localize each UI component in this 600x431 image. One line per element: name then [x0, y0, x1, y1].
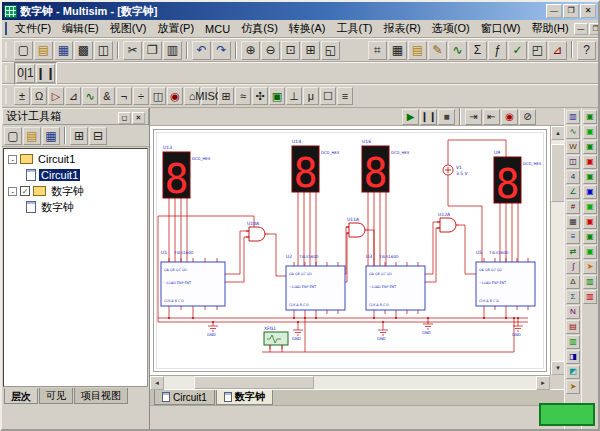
menu-transfer[interactable]: 转换(A) — [284, 20, 331, 37]
clock-source[interactable]: XFG1 — [264, 326, 288, 349]
transistor-family-button[interactable]: ▣ — [583, 170, 597, 184]
measurement-probe-button[interactable]: ➤ — [566, 380, 580, 394]
diode-group-button[interactable]: ▷ — [48, 87, 64, 105]
agilent-multimeter-button[interactable]: ▥ — [566, 335, 580, 349]
power-source-family-button[interactable]: ▣ — [583, 110, 597, 124]
bode-plotter-button[interactable]: ∠ — [566, 185, 580, 199]
pause-button[interactable]: ❙❙ — [420, 109, 437, 125]
ground-symbol[interactable]: GND — [207, 322, 218, 337]
oscilloscope-button[interactable]: ◫ — [566, 155, 580, 169]
close-panel-button[interactable]: ✕ — [132, 112, 145, 124]
cmos-group-button[interactable]: ¬ — [116, 87, 132, 105]
ground-symbol[interactable]: GND — [377, 326, 388, 341]
iv-analyzer-button[interactable]: ∫ — [566, 260, 580, 274]
scroll-up-button[interactable]: ▲ — [551, 126, 564, 140]
analog-group-button[interactable]: ∿ — [82, 87, 98, 105]
toolbar-grip[interactable] — [5, 88, 10, 104]
tree-item-circuit1-page[interactable]: Circuit1 — [4, 167, 147, 183]
diode-family-button[interactable]: ▣ — [583, 155, 597, 169]
print-preview-button[interactable]: ◫ — [94, 41, 113, 60]
panel-tab-visible[interactable]: 可见 — [39, 388, 73, 404]
rated-family-button[interactable]: ▣ — [583, 230, 597, 244]
basic-group-button[interactable]: Ω — [31, 87, 47, 105]
cut-button[interactable]: ✂ — [123, 41, 142, 60]
mdi-minimize-button[interactable]: — — [574, 23, 588, 35]
ground-symbol[interactable]: GND — [292, 326, 303, 341]
step-into-button[interactable]: ⇥ — [465, 109, 482, 125]
tree-item-circuit1-root[interactable]: - Circuit1 — [4, 151, 147, 167]
vertical-scroll-thumb[interactable] — [551, 144, 564, 202]
frequency-counter-button[interactable]: # — [566, 200, 580, 214]
close-button[interactable]: ✕ — [580, 4, 596, 18]
sheet-tab-circuit1[interactable]: Circuit1 — [154, 390, 215, 405]
battery[interactable]: V1 3.5 V — [443, 165, 469, 176]
save-button[interactable]: ▦ — [54, 41, 73, 60]
database-manager-button[interactable]: ▤ — [408, 41, 427, 60]
menu-simulate[interactable]: 仿真(S) — [236, 20, 283, 37]
tree-expander-icon[interactable]: - — [8, 187, 17, 196]
hierarchy-button[interactable]: ⌗ — [368, 41, 387, 60]
agilent-oscilloscope-button[interactable]: ◨ — [566, 350, 580, 364]
schematic-canvas[interactable]: 8 U13 DCD_HEX 8 U14 DCD_HEX 8 U16 — [150, 126, 550, 375]
panel-tab-project-view[interactable]: 项目视图 — [74, 388, 128, 404]
toolbox-new-button[interactable]: ▢ — [4, 127, 22, 145]
electromechanical-group-button[interactable]: ✣ — [252, 87, 268, 105]
copy-button[interactable]: ❐ — [143, 41, 162, 60]
misc-digital-group-button[interactable]: ÷ — [133, 87, 149, 105]
menu-view[interactable]: 视图(V) — [105, 20, 152, 37]
horizontal-scrollbar[interactable]: ◄ ► — [150, 375, 550, 389]
source-group-button[interactable]: ± — [14, 87, 30, 105]
indicator-group-button[interactable]: ◉ — [167, 87, 183, 105]
scroll-left-button[interactable]: ◄ — [150, 376, 164, 390]
redo-button[interactable]: ↷ — [212, 41, 231, 60]
multimeter-button[interactable]: ▥ — [566, 110, 580, 124]
run-button[interactable]: ▶ — [402, 109, 419, 125]
menu-help[interactable]: 帮助(H) — [526, 20, 573, 37]
simulation-run-switch[interactable]: 0|1 — [16, 64, 35, 83]
analog-family-button[interactable]: ▣ — [583, 185, 597, 199]
panel-tab-hierarchy[interactable]: 层次 — [4, 388, 38, 404]
visibility-checkbox[interactable]: ✓ — [20, 186, 30, 196]
paste-button[interactable]: ▥ — [163, 41, 182, 60]
capture-area-button[interactable]: ◰ — [528, 41, 547, 60]
signal-source-family-button[interactable]: ▣ — [583, 125, 597, 139]
undo-button[interactable]: ↶ — [192, 41, 211, 60]
misc-group-button[interactable]: MISC — [201, 87, 217, 105]
distortion-analyzer-button[interactable]: Δ — [566, 275, 580, 289]
analysis-button[interactable]: Σ — [468, 41, 487, 60]
titlebar[interactable]: 数字钟 - Multisim - [数字钟] — ❐ ✕ — [2, 2, 598, 20]
counter-ic[interactable]: U5 74LS160D QA QB QC QD ~LOAD ENP ENT CL… — [476, 250, 535, 310]
ttl-group-button[interactable]: & — [99, 87, 115, 105]
postprocessor-button[interactable]: ƒ — [488, 41, 507, 60]
and-gate[interactable]: U10A — [246, 221, 268, 241]
misc-family-button[interactable]: ▣ — [583, 200, 597, 214]
ni-group-button[interactable]: ▣ — [269, 87, 285, 105]
wattmeter-button[interactable]: W — [566, 140, 580, 154]
expand-all-button[interactable]: ⊞ — [70, 127, 88, 145]
wire-net[interactable] — [158, 140, 528, 352]
spreadsheet-view-button[interactable]: ▦ — [388, 41, 407, 60]
collapse-all-button[interactable]: ⊟ — [89, 127, 107, 145]
zoom-out-button[interactable]: ⊖ — [261, 41, 280, 60]
menu-window[interactable]: 窗口(W) — [476, 20, 526, 37]
breakpoint-button[interactable]: ◉ — [501, 109, 518, 125]
ultiboard-button[interactable]: ⊿ — [548, 41, 567, 60]
toolbox-open-button[interactable]: ▤ — [23, 127, 41, 145]
sheet-tab-digital-clock[interactable]: 数字钟 — [216, 390, 273, 405]
network-analyzer-button[interactable]: N — [566, 305, 580, 319]
rf-group-button[interactable]: ≈ — [235, 87, 251, 105]
print-button[interactable]: ▩ — [74, 41, 93, 60]
menu-file[interactable]: 文件(F) — [10, 20, 56, 37]
design-toolbox-header[interactable]: 设计工具箱 ◻✕ — [2, 108, 149, 125]
maximize-button[interactable]: ❐ — [563, 4, 579, 18]
scroll-right-button[interactable]: ► — [536, 376, 550, 390]
counter-ic[interactable]: U2 74LS160D QA QB QC QD ~LOAD ENP ENT CL… — [286, 254, 345, 314]
erc-button[interactable]: ✓ — [508, 41, 527, 60]
horizontal-scroll-thumb[interactable] — [194, 376, 314, 389]
simulation-pause-switch[interactable]: ❙❙ — [36, 64, 55, 83]
voltmeter-button[interactable]: ▥ — [583, 275, 597, 289]
bus-button[interactable]: ≡ — [337, 87, 353, 105]
toolbox-save-button[interactable]: ▦ — [42, 127, 60, 145]
new-button[interactable]: ▢ — [14, 41, 33, 60]
toolbar-grip[interactable] — [5, 65, 10, 81]
